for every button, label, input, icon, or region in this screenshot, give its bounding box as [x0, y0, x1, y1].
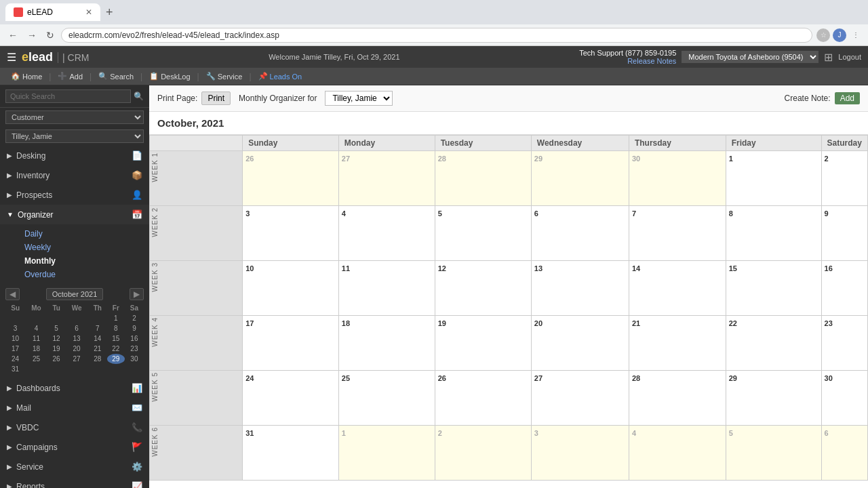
- search-input[interactable]: [5, 89, 131, 103]
- table-row[interactable]: 8: [726, 206, 821, 261]
- mini-cal-day[interactable]: 12: [47, 333, 66, 344]
- mini-cal-day[interactable]: 31: [5, 364, 25, 374]
- nav-search[interactable]: 🔍 Search: [94, 70, 138, 82]
- nav-leads-on[interactable]: 📌 Leads On: [254, 70, 307, 82]
- table-row[interactable]: 9: [821, 206, 867, 261]
- nav-desklog[interactable]: 📋 DeskLog: [145, 70, 194, 82]
- nav-service[interactable]: 🔧 Service: [202, 70, 247, 82]
- mini-cal-day[interactable]: 16: [125, 333, 144, 344]
- mini-cal-day[interactable]: 23: [125, 344, 144, 354]
- dealership-select[interactable]: Modern Toyota of Asheboro (9504): [682, 51, 818, 63]
- table-row[interactable]: 4: [338, 206, 435, 261]
- mini-cal-day[interactable]: 20: [65, 344, 87, 354]
- table-row[interactable]: 2: [435, 426, 531, 481]
- table-row[interactable]: 25: [338, 371, 435, 426]
- print-button[interactable]: Print: [201, 92, 231, 105]
- mini-cal-day[interactable]: 11: [25, 333, 47, 344]
- mini-cal-next[interactable]: ▶: [130, 288, 144, 300]
- sidebar-item-prospects[interactable]: ▶ Prospects 👤: [0, 185, 149, 205]
- menu-hamburger-icon[interactable]: ☰: [7, 51, 16, 64]
- forward-button[interactable]: →: [24, 28, 39, 42]
- browser-tab[interactable]: eLEAD ✕: [5, 3, 100, 21]
- new-tab-icon[interactable]: +: [106, 5, 113, 20]
- table-row[interactable]: 1: [338, 426, 435, 481]
- mini-cal-day[interactable]: 6: [65, 323, 87, 333]
- mini-cal-day[interactable]: 14: [88, 333, 107, 344]
- mini-cal-day[interactable]: 4: [25, 323, 47, 333]
- release-notes-link[interactable]: Release Notes: [579, 57, 676, 65]
- table-row[interactable]: 4: [629, 426, 726, 481]
- table-row[interactable]: 16: [821, 261, 867, 316]
- table-row[interactable]: 6: [531, 206, 629, 261]
- table-row[interactable]: 30: [629, 151, 726, 206]
- mini-cal-day[interactable]: 22: [107, 344, 125, 354]
- mini-cal-day[interactable]: 30: [125, 354, 144, 364]
- reload-button[interactable]: ↻: [43, 28, 57, 42]
- sidebar-item-vbdc[interactable]: ▶ VBDC 📞: [0, 418, 149, 437]
- table-row[interactable]: 29: [531, 151, 629, 206]
- nav-home[interactable]: 🏠 Home: [7, 70, 46, 82]
- sidebar-item-campaigns[interactable]: ▶ Campaigns 🚩: [0, 437, 149, 457]
- mini-cal-prev[interactable]: ◀: [5, 288, 20, 300]
- mini-cal-day[interactable]: 29: [107, 354, 125, 364]
- mini-cal-day[interactable]: 18: [25, 344, 47, 354]
- table-row[interactable]: 26: [243, 151, 339, 206]
- sidebar-item-mail[interactable]: ▶ Mail ✉️: [0, 398, 149, 418]
- table-row[interactable]: 27: [338, 151, 435, 206]
- mini-cal-day[interactable]: 1: [107, 313, 125, 323]
- table-row[interactable]: 11: [338, 261, 435, 316]
- user-select-sidebar[interactable]: Tilley, Jamie: [5, 129, 144, 143]
- mini-cal-day[interactable]: 3: [5, 323, 25, 333]
- mini-cal-day[interactable]: 9: [125, 323, 144, 333]
- table-row[interactable]: 10: [243, 261, 339, 316]
- mini-cal-day[interactable]: 7: [88, 323, 107, 333]
- profile-icon[interactable]: J: [833, 28, 846, 42]
- sidebar-item-desking[interactable]: ▶ Desking 📄: [0, 146, 149, 165]
- logout-button[interactable]: Logout: [838, 53, 861, 61]
- table-row[interactable]: 18: [338, 316, 435, 371]
- table-row[interactable]: 28: [435, 151, 531, 206]
- table-row[interactable]: 14: [629, 261, 726, 316]
- sidebar-item-service[interactable]: ▶ Service ⚙️: [0, 457, 149, 476]
- mini-cal-day[interactable]: 15: [107, 333, 125, 344]
- address-input[interactable]: [61, 28, 812, 43]
- sidebar-item-reports[interactable]: ▶ Reports 📈: [0, 476, 149, 488]
- mini-cal-day[interactable]: 8: [107, 323, 125, 333]
- table-row[interactable]: 12: [435, 261, 531, 316]
- mini-cal-day[interactable]: 21: [88, 344, 107, 354]
- mini-cal-day[interactable]: 10: [5, 333, 25, 344]
- table-row[interactable]: 3: [243, 206, 339, 261]
- table-row[interactable]: 31: [243, 426, 339, 481]
- nav-add[interactable]: ➕ Add: [54, 70, 87, 82]
- view-overdue[interactable]: Overdue: [19, 268, 149, 281]
- table-row[interactable]: 5: [435, 206, 531, 261]
- table-row[interactable]: 29: [726, 371, 821, 426]
- table-row[interactable]: 30: [821, 371, 867, 426]
- mini-cal-day[interactable]: 2: [125, 313, 144, 323]
- customer-type-select[interactable]: Customer: [5, 110, 144, 124]
- search-icon[interactable]: 🔍: [134, 92, 144, 101]
- mini-cal-day[interactable]: 24: [5, 354, 25, 364]
- table-row[interactable]: 26: [435, 371, 531, 426]
- close-tab-icon[interactable]: ✕: [85, 7, 92, 17]
- table-row[interactable]: 22: [726, 316, 821, 371]
- sidebar-item-inventory[interactable]: ▶ Inventory 📦: [0, 165, 149, 185]
- table-row[interactable]: 13: [531, 261, 629, 316]
- table-row[interactable]: 24: [243, 371, 339, 426]
- table-row[interactable]: 3: [531, 426, 629, 481]
- sidebar-item-dashboards[interactable]: ▶ Dashboards 📊: [0, 378, 149, 398]
- table-row[interactable]: 20: [531, 316, 629, 371]
- back-button[interactable]: ←: [5, 28, 20, 42]
- add-note-button[interactable]: Add: [835, 92, 860, 104]
- mini-cal-day[interactable]: 28: [88, 354, 107, 364]
- mini-cal-day[interactable]: 17: [5, 344, 25, 354]
- view-daily[interactable]: Daily: [19, 227, 149, 241]
- table-row[interactable]: 23: [821, 316, 867, 371]
- sidebar-item-organizer[interactable]: ▼ Organizer 📅: [0, 205, 149, 224]
- view-monthly[interactable]: Monthly: [19, 254, 149, 268]
- table-row[interactable]: 17: [243, 316, 339, 371]
- mini-cal-day[interactable]: 13: [65, 333, 87, 344]
- menu-icon[interactable]: ⋮: [849, 28, 863, 42]
- table-row[interactable]: 2: [821, 151, 867, 206]
- table-row[interactable]: 27: [531, 371, 629, 426]
